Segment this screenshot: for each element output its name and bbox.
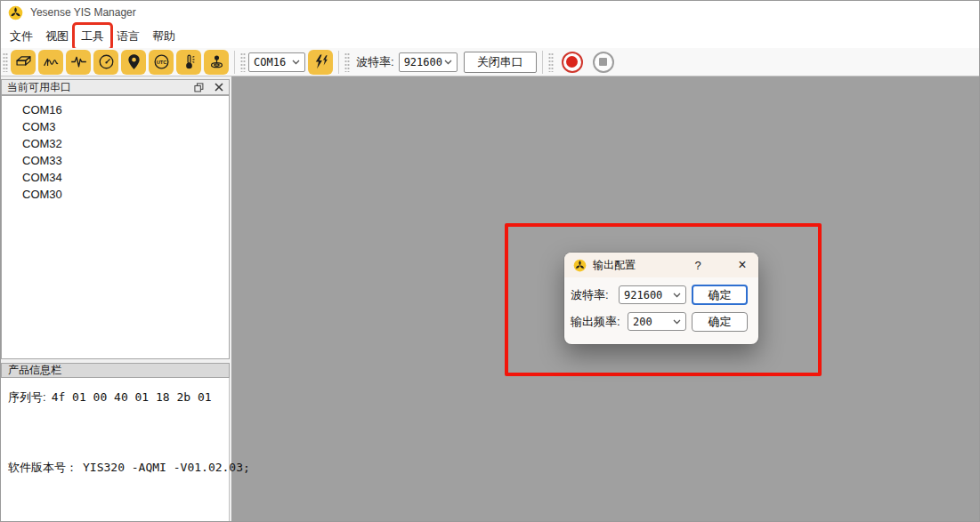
tool-vibration-button[interactable] [204, 50, 229, 75]
product-info-panel: 序列号:4f 01 00 40 01 18 2b 01 软件版本号：YIS320… [1, 378, 230, 521]
port-combobox[interactable]: COM16 [248, 52, 305, 72]
close-serial-port-button[interactable]: 关闭串口 [464, 52, 537, 73]
port-list-item[interactable]: COM32 [2, 135, 229, 152]
port-list-item[interactable]: COM33 [2, 152, 229, 169]
dialog-frequency-row: 输出频率: 200 确定 [571, 311, 748, 332]
port-list-item[interactable]: COM30 [2, 186, 229, 203]
toolbar-grip[interactable] [3, 52, 8, 72]
ports-list: COM16 COM3 COM32 COM33 COM34 COM30 [1, 95, 230, 359]
menu-bar: 文件 视图 工具 语言 帮助 [1, 24, 979, 48]
location-pin-icon [125, 52, 143, 71]
toolbar-separator [234, 51, 235, 74]
dialog-frequency-value: 200 [633, 316, 673, 328]
dialog-body: 波特率: 921600 确定 输出频率: 200 [564, 277, 758, 332]
tool-location-button[interactable] [121, 50, 146, 75]
chevron-down-icon [444, 60, 452, 65]
tool-raw-data-curve-button[interactable] [66, 50, 91, 75]
toolbar-grip[interactable] [344, 52, 350, 72]
dialog-frequency-combobox[interactable]: 200 [628, 312, 686, 331]
toolbar: UTC [1, 48, 979, 76]
menu-tools[interactable]: 工具 [75, 25, 110, 48]
chevron-down-icon [292, 60, 300, 65]
serial-number-value: 4f 01 00 40 01 18 2b 01 [52, 390, 212, 404]
record-button[interactable] [562, 52, 583, 73]
toolbar-separator [338, 51, 339, 74]
dialog-baud-row: 波特率: 921600 确定 [571, 285, 748, 305]
record-dot-icon [566, 56, 578, 68]
close-panel-icon[interactable] [215, 83, 223, 92]
dialog-baud-value: 921600 [624, 289, 673, 301]
toolbar-grip[interactable] [548, 52, 554, 72]
dialog-baud-label: 波特率: [571, 287, 609, 303]
software-version-value: YIS320 -AQMI -V01.02.03; [83, 461, 250, 474]
baud-rate-label: 波特率: [356, 54, 394, 70]
tool-utc-clock-button[interactable]: UTC [149, 50, 174, 75]
pulse-wave-icon [69, 52, 88, 71]
float-panel-icon[interactable] [194, 83, 204, 92]
dialog-title: 输出配置 [593, 258, 636, 273]
gauge-icon [97, 52, 116, 71]
stop-square-icon [599, 58, 607, 66]
dialog-close-button[interactable]: × [735, 258, 749, 272]
toolbar-grip[interactable] [240, 52, 246, 72]
angle-wave-icon [42, 52, 61, 71]
double-lightning-icon [312, 52, 330, 71]
software-version-label: 软件版本号： [8, 461, 77, 474]
port-list-item[interactable]: COM34 [2, 169, 229, 186]
baud-combobox-value: 921600 [404, 56, 444, 68]
output-config-dialog: 输出配置 ? × 波特率: 921600 确定 输出频率: [564, 253, 758, 344]
refresh-ports-button[interactable] [308, 50, 333, 75]
dialog-help-button[interactable]: ? [692, 259, 704, 272]
menu-help[interactable]: 帮助 [146, 25, 182, 48]
thermometer-icon [180, 52, 198, 71]
dialog-frequency-label: 输出频率: [571, 314, 620, 330]
serial-number-label: 序列号: [8, 390, 46, 404]
baud-combobox[interactable]: 921600 [399, 52, 458, 72]
dialog-logo-icon [573, 259, 587, 272]
software-version-row: 软件版本号：YIS320 -AQMI -V01.02.03; [8, 460, 250, 476]
chevron-down-icon [673, 319, 681, 325]
dialog-baud-ok-button[interactable]: 确定 [692, 285, 748, 305]
cube-icon [14, 52, 33, 71]
app-logo-icon [8, 5, 23, 20]
app-window: Yesense YIS Manager 文件 视图 工具 语言 帮助 [0, 0, 980, 522]
dialog-baud-combobox[interactable]: 921600 [619, 285, 686, 304]
product-info-header: 产品信息栏 [1, 363, 230, 378]
ports-panel-header: 当前可用串口 [1, 79, 230, 95]
tool-temperature-button[interactable] [176, 50, 201, 75]
dialog-frequency-ok-button[interactable]: 确定 [692, 312, 748, 332]
dialog-title-bar: 输出配置 ? × [564, 253, 758, 277]
port-list-item[interactable]: COM3 [2, 118, 229, 135]
menu-language[interactable]: 语言 [110, 25, 146, 48]
utc-clock-icon: UTC [152, 52, 171, 71]
menu-view[interactable]: 视图 [39, 25, 75, 48]
tool-attitude-curve-button[interactable] [38, 50, 63, 75]
stop-button[interactable] [593, 52, 614, 73]
svg-text:UTC: UTC [156, 60, 166, 65]
title-bar: Yesense YIS Manager [1, 1, 979, 24]
menu-file[interactable]: 文件 [4, 25, 39, 48]
probe-beacon-icon [207, 52, 226, 71]
tool-dashboard-button[interactable] [93, 50, 118, 75]
left-dock: 当前可用串口 COM16 COM3 COM32 COM33 [1, 76, 231, 521]
window-title: Yesense YIS Manager [30, 6, 136, 19]
chevron-down-icon [673, 293, 681, 298]
toolbar-separator [542, 51, 543, 74]
port-combobox-value: COM16 [254, 56, 292, 68]
product-info-title: 产品信息栏 [8, 363, 61, 378]
tool-3d-model-button[interactable] [11, 50, 36, 75]
serial-number-row: 序列号:4f 01 00 40 01 18 2b 01 [8, 389, 212, 406]
port-list-item[interactable]: COM16 [2, 101, 229, 118]
ports-panel-title: 当前可用串口 [7, 80, 71, 95]
